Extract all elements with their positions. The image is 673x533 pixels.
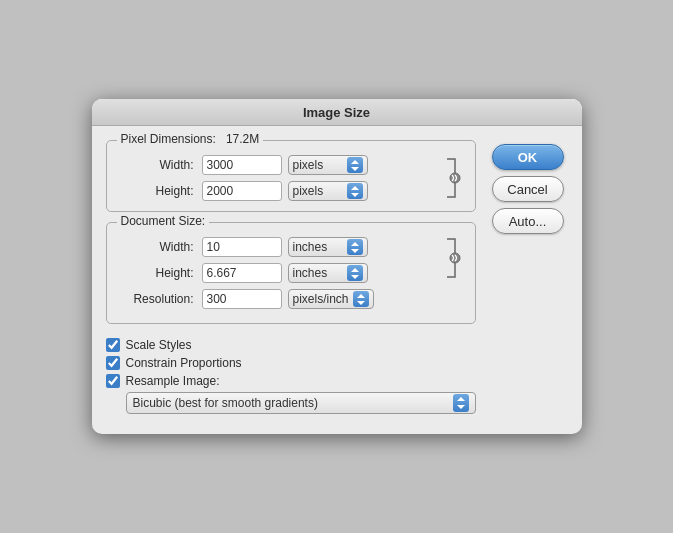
resample-method-select[interactable]: Bicubic (best for smooth gradients) <box>126 392 476 414</box>
pixel-link-bracket <box>445 155 463 201</box>
arrow-down-icon <box>351 193 359 197</box>
arrow-down-icon <box>351 249 359 253</box>
pixel-width-input[interactable] <box>202 155 282 175</box>
arrow-up-icon <box>351 268 359 272</box>
pixel-height-row: Height: pixels <box>119 181 439 201</box>
pixel-width-label: Width: <box>119 158 194 172</box>
ok-button[interactable]: OK <box>492 144 564 170</box>
dialog-title: Image Size <box>92 99 582 126</box>
left-panel: Pixel Dimensions: 17.2M Width: pixels <box>106 140 476 422</box>
cancel-button[interactable]: Cancel <box>492 176 564 202</box>
doc-height-label: Height: <box>119 266 194 280</box>
arrow-up-icon <box>457 397 465 401</box>
constrain-proportions-checkbox[interactable] <box>106 356 120 370</box>
doc-width-row: Width: inches <box>119 237 439 257</box>
arrow-up-icon <box>351 242 359 246</box>
resample-method-row: Bicubic (best for smooth gradients) <box>106 392 476 414</box>
resample-image-row: Resample Image: <box>106 374 476 388</box>
doc-height-input[interactable] <box>202 263 282 283</box>
right-panel: OK Cancel Auto... <box>488 140 568 422</box>
arrow-down-icon <box>357 301 365 305</box>
arrow-up-icon <box>351 160 359 164</box>
doc-width-arrows <box>347 239 363 255</box>
arrow-down-icon <box>351 167 359 171</box>
doc-link-bracket <box>445 235 463 281</box>
doc-height-arrows <box>347 265 363 281</box>
doc-width-unit-select[interactable]: inches <box>288 237 368 257</box>
constrain-proportions-label: Constrain Proportions <box>126 356 242 370</box>
pixel-width-unit-select[interactable]: pixels <box>288 155 368 175</box>
resolution-unit-select[interactable]: pixels/inch <box>288 289 374 309</box>
doc-width-label: Width: <box>119 240 194 254</box>
pixel-height-unit-select[interactable]: pixels <box>288 181 368 201</box>
pixel-dimensions-label: Pixel Dimensions: 17.2M <box>117 132 264 146</box>
resolution-arrows <box>353 291 369 307</box>
resolution-row: Resolution: pixels/inch <box>119 289 439 309</box>
pixel-height-arrows <box>347 183 363 199</box>
doc-height-unit-select[interactable]: inches <box>288 263 368 283</box>
svg-point-0 <box>450 173 460 183</box>
resample-arrows <box>453 394 469 412</box>
pixel-height-label: Height: <box>119 184 194 198</box>
pixel-width-row: Width: pixels <box>119 155 439 175</box>
auto-button[interactable]: Auto... <box>492 208 564 234</box>
image-size-dialog: Image Size Pixel Dimensions: 17.2M Width… <box>92 99 582 434</box>
checkboxes-area: Scale Styles Constrain Proportions Resam… <box>106 334 476 422</box>
scale-styles-label: Scale Styles <box>126 338 192 352</box>
constrain-proportions-row: Constrain Proportions <box>106 356 476 370</box>
arrow-up-icon <box>351 186 359 190</box>
dialog-body: Pixel Dimensions: 17.2M Width: pixels <box>92 126 582 434</box>
document-size-section: Document Size: Width: inches <box>106 222 476 324</box>
document-size-label: Document Size: <box>117 214 210 228</box>
arrow-up-icon <box>357 294 365 298</box>
doc-width-unit-text: inches <box>293 240 328 254</box>
scale-styles-row: Scale Styles <box>106 338 476 352</box>
doc-width-input[interactable] <box>202 237 282 257</box>
resolution-label: Resolution: <box>119 292 194 306</box>
doc-height-row: Height: inches <box>119 263 439 283</box>
pixel-height-unit-text: pixels <box>293 184 324 198</box>
pixel-dimensions-section: Pixel Dimensions: 17.2M Width: pixels <box>106 140 476 212</box>
arrow-down-icon <box>351 275 359 279</box>
svg-point-1 <box>450 253 460 263</box>
resolution-unit-text: pixels/inch <box>293 292 349 306</box>
pixel-width-arrows <box>347 157 363 173</box>
scale-styles-checkbox[interactable] <box>106 338 120 352</box>
resample-image-checkbox[interactable] <box>106 374 120 388</box>
resolution-input[interactable] <box>202 289 282 309</box>
pixel-width-unit-text: pixels <box>293 158 324 172</box>
arrow-down-icon <box>457 405 465 409</box>
pixel-height-input[interactable] <box>202 181 282 201</box>
resample-image-label: Resample Image: <box>126 374 220 388</box>
resample-method-text: Bicubic (best for smooth gradients) <box>133 396 318 410</box>
doc-height-unit-text: inches <box>293 266 328 280</box>
